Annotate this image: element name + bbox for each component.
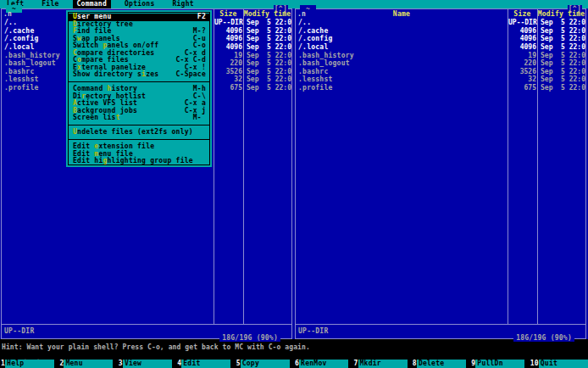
column-header-name[interactable]: Name bbox=[296, 10, 508, 18]
menu-item-label: zes bbox=[146, 71, 158, 79]
file-name: .bashrc bbox=[296, 68, 508, 76]
command-menu-frame: User menu F2 Directory tree Find file M-… bbox=[68, 12, 210, 165]
file-name: /.cache bbox=[296, 27, 508, 36]
function-key-label: Menu bbox=[64, 360, 113, 368]
file-mtime: Sep 5 22:03 bbox=[538, 75, 585, 84]
menu-bar: Left File Command Options Right bbox=[0, 0, 588, 8]
file-mtime: Sep 5 22:01 bbox=[538, 52, 585, 60]
function-key-button[interactable]: 2 Menu bbox=[58, 360, 117, 368]
mini-status-separator bbox=[296, 324, 585, 325]
file-name: .profile bbox=[296, 84, 508, 92]
menu-item-label: Screen lis bbox=[73, 114, 116, 122]
file-row[interactable]: /.cache 4096 Sep 5 22:04 bbox=[296, 27, 585, 36]
file-name: /.. bbox=[296, 19, 508, 27]
file-mtime: Sep 5 22:00 bbox=[244, 19, 291, 27]
function-key-label: Help bbox=[5, 360, 54, 368]
function-key-button[interactable]: 5 Copy bbox=[236, 360, 294, 368]
menu-item-shortcut: F2 bbox=[197, 14, 206, 21]
menubar-item[interactable]: Options bbox=[120, 0, 158, 8]
file-row[interactable]: .bash_logout 220 Sep 5 22:00 bbox=[296, 59, 585, 68]
file-size: 4096 bbox=[214, 27, 244, 36]
file-name: .bash_logout bbox=[296, 59, 508, 68]
right-free-space: 18G/19G (90%) bbox=[513, 334, 574, 342]
column-header-size[interactable]: Size bbox=[214, 10, 243, 18]
file-row[interactable]: /.local 4096 Sep 5 22:04 bbox=[296, 43, 585, 52]
column-header-mtime[interactable]: Modify time bbox=[243, 10, 291, 18]
menu-item-label: hlighting group file bbox=[108, 158, 193, 165]
file-size: 675 bbox=[508, 84, 538, 92]
command-menu-list: User menu F2 Directory tree Find file M-… bbox=[69, 13, 209, 165]
menu-item-label: ndelete files (ext2fs only) bbox=[77, 129, 193, 137]
file-mtime: Sep 5 22:03 bbox=[244, 75, 291, 84]
file-mtime: Sep 5 22:04 bbox=[244, 35, 291, 43]
file-mtime: Sep 5 22:00 bbox=[244, 59, 291, 68]
column-header-size[interactable]: Size bbox=[508, 10, 537, 18]
file-size: 4096 bbox=[214, 43, 244, 52]
command-prompt[interactable]: midnight@commander:~$ bbox=[2, 351, 119, 360]
file-mtime: Sep 5 22:00 bbox=[538, 84, 585, 92]
function-key-button[interactable]: 3 View bbox=[118, 360, 176, 368]
function-key-bar: 1 Help 2 Menu 3 View 4 Edit 5 Copy bbox=[0, 360, 588, 368]
file-name: .bash_history bbox=[296, 52, 508, 60]
function-key-button[interactable]: 1 Help bbox=[0, 360, 58, 368]
function-key-label: PullDn bbox=[475, 360, 524, 368]
file-size: 4096 bbox=[508, 27, 538, 36]
left-free-space: 18G/19G (90%) bbox=[219, 334, 280, 342]
file-mtime: Sep 5 22:04 bbox=[538, 43, 585, 52]
function-key-label: Mkdir bbox=[358, 360, 408, 368]
function-key-button[interactable]: 7 Mkdir bbox=[352, 360, 411, 368]
menu-item-hotkey: t bbox=[116, 114, 120, 122]
mini-status-separator bbox=[2, 324, 291, 325]
function-key-label: Delete bbox=[417, 360, 466, 368]
file-size: 3526 bbox=[214, 68, 244, 76]
file-row[interactable]: /.config 4096 Sep 5 22:04 bbox=[296, 35, 585, 43]
file-name: .lesshst bbox=[296, 75, 508, 84]
menu-item-shortcut: M-` bbox=[193, 114, 206, 122]
file-mtime: Sep 5 22:04 bbox=[538, 27, 585, 36]
function-key-button[interactable]: 6 RenMov bbox=[294, 360, 352, 368]
hint-line: Hint: Want your plain shell? Press C-o, … bbox=[2, 343, 310, 351]
right-file-list: /.. UP--DIR Sep 5 22:00 /.cache 4096 Sep… bbox=[296, 19, 585, 92]
file-row[interactable]: .bash_history 19 Sep 5 22:01 bbox=[296, 52, 585, 60]
left-mini-status: UP--DIR bbox=[4, 327, 34, 335]
function-key-button[interactable]: 9 PullDn bbox=[470, 360, 529, 368]
file-row[interactable]: .lesshst 32 Sep 5 22:03 bbox=[296, 75, 585, 84]
file-name: /.local bbox=[296, 43, 508, 52]
menu-item[interactable]: Show directory sizes C-Space bbox=[69, 71, 209, 79]
file-row[interactable]: .profile 675 Sep 5 22:00 bbox=[296, 84, 585, 92]
menubar-item[interactable]: Command bbox=[73, 0, 111, 8]
menubar-item[interactable]: File bbox=[37, 0, 63, 8]
file-row[interactable]: /.. UP--DIR Sep 5 22:00 bbox=[296, 19, 585, 27]
file-mtime: Sep 5 22:04 bbox=[244, 43, 291, 52]
function-key-button[interactable]: 4 Edit bbox=[176, 360, 235, 368]
right-mini-status: UP--DIR bbox=[298, 327, 328, 335]
menu-item[interactable]: Edit highlighting group file bbox=[69, 158, 209, 165]
menu-item[interactable]: Undelete files (ext2fs only) bbox=[69, 129, 209, 137]
file-mtime: Sep 5 22:00 bbox=[244, 68, 291, 76]
file-mtime: Sep 5 22:00 bbox=[538, 68, 585, 76]
file-size: 675 bbox=[214, 84, 244, 92]
function-key-label: Edit bbox=[181, 360, 230, 368]
command-menu-dropdown: User menu F2 Directory tree Find file M-… bbox=[66, 10, 212, 167]
file-size: 32 bbox=[508, 75, 538, 84]
function-key-label: Quit bbox=[539, 360, 588, 368]
menu-item-label: Show directory s bbox=[73, 71, 141, 79]
file-size: UP--DIR bbox=[508, 19, 538, 27]
file-mtime: Sep 5 22:04 bbox=[244, 27, 291, 36]
file-mtime: Sep 5 22:01 bbox=[244, 52, 291, 60]
file-mtime: Sep 5 22:00 bbox=[244, 84, 291, 92]
menu-item[interactable]: Screen list M-` bbox=[69, 114, 209, 122]
right-panel-header: .n Name Size Modify time bbox=[296, 10, 585, 18]
function-key-number: 10 bbox=[530, 360, 539, 368]
file-size: 19 bbox=[214, 52, 244, 60]
file-mtime: Sep 5 22:00 bbox=[538, 59, 585, 68]
function-key-button[interactable]: 8 Delete bbox=[412, 360, 470, 368]
function-key-label: RenMov bbox=[299, 360, 348, 368]
file-size: 4096 bbox=[508, 35, 538, 43]
menubar-item[interactable]: Right bbox=[168, 0, 197, 8]
file-size: 32 bbox=[214, 75, 244, 84]
column-header-mtime[interactable]: Modify time bbox=[537, 10, 585, 18]
function-key-button[interactable]: 10 Quit bbox=[530, 360, 588, 368]
file-row[interactable]: .bashrc 3526 Sep 5 22:00 bbox=[296, 68, 585, 76]
file-size: 220 bbox=[508, 59, 538, 68]
